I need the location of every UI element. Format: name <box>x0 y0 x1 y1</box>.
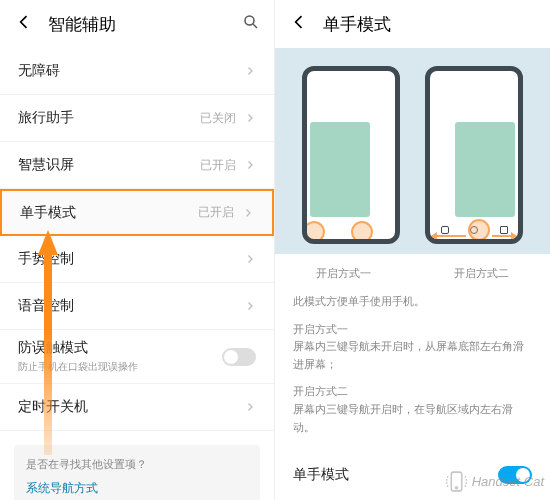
row-scheduled-power[interactable]: 定时开关机 <box>0 384 274 431</box>
chevron-right-icon <box>244 112 256 124</box>
back-icon[interactable] <box>14 12 34 36</box>
row-smart-screen[interactable]: 智慧识屏 已开启 <box>0 142 274 189</box>
svg-point-2 <box>455 487 457 489</box>
method-labels: 开启方式一 开启方式二 <box>275 254 550 287</box>
right-header: 单手模式 <box>275 0 550 48</box>
watermark: Handset Cat <box>444 469 544 494</box>
hint-link[interactable]: 系统导航方式 <box>26 480 248 497</box>
svg-point-0 <box>245 16 254 25</box>
row-label: 单手模式 <box>20 204 198 222</box>
settings-list: 无障碍 旅行助手 已关闭 智慧识屏 已开启 单手模式 已开启 手势控制 语音控制 <box>0 48 274 431</box>
chevron-right-icon <box>244 65 256 77</box>
row-voice-control[interactable]: 语音控制 <box>0 283 274 330</box>
row-label: 旅行助手 <box>18 109 200 127</box>
row-label: 无障碍 <box>18 62 244 80</box>
row-travel-assistant[interactable]: 旅行助手 已关闭 <box>0 95 274 142</box>
desc-m1-title: 开启方式一 <box>293 323 348 335</box>
desc-m2-title: 开启方式二 <box>293 385 348 397</box>
desc-m1-body: 屏幕内三键导航未开启时，从屏幕底部左右角滑进屏幕； <box>293 340 524 370</box>
row-mistouch-prevention[interactable]: 防误触模式 防止手机在口袋出现误操作 <box>0 330 274 384</box>
chevron-right-icon <box>242 207 254 219</box>
description-block: 此模式方便单手使用手机。 开启方式一屏幕内三键导航未开启时，从屏幕底部左右角滑进… <box>275 287 550 452</box>
method-1-label: 开启方式一 <box>316 266 371 281</box>
row-label: 手势控制 <box>18 250 244 268</box>
back-icon[interactable] <box>289 12 309 36</box>
chevron-right-icon <box>244 300 256 312</box>
row-accessibility[interactable]: 无障碍 <box>0 48 274 95</box>
row-label: 语音控制 <box>18 297 244 315</box>
illustration-panel <box>275 48 550 254</box>
left-header: 智能辅助 <box>0 0 274 48</box>
row-status: 已开启 <box>200 157 236 174</box>
row-status: 已开启 <box>198 204 234 221</box>
chevron-right-icon <box>244 159 256 171</box>
page-title: 单手模式 <box>323 13 391 36</box>
row-desc: 防止手机在口袋出现误操作 <box>18 360 222 374</box>
chevron-right-icon <box>244 253 256 265</box>
method-2-label: 开启方式二 <box>454 266 509 281</box>
row-label: 智慧识屏 <box>18 156 200 174</box>
row-label: 防误触模式 <box>18 339 222 357</box>
phone-diagram-2 <box>425 66 523 244</box>
chevron-right-icon <box>244 401 256 413</box>
page-title: 智能辅助 <box>48 13 116 36</box>
row-one-hand-mode[interactable]: 单手模式 已开启 <box>0 189 274 236</box>
toggle-mistouch[interactable] <box>222 348 256 366</box>
hint-box: 是否在寻找其他设置项？ 系统导航方式 <box>14 445 260 500</box>
row-status: 已关闭 <box>200 110 236 127</box>
watermark-text: Handset Cat <box>472 474 544 489</box>
row-gesture-control[interactable]: 手势控制 <box>0 236 274 283</box>
hint-question: 是否在寻找其他设置项？ <box>26 457 248 472</box>
row-label: 定时开关机 <box>18 398 244 416</box>
phone-diagram-1 <box>302 66 400 244</box>
search-icon[interactable] <box>242 13 260 35</box>
desc-intro: 此模式方便单手使用手机。 <box>293 293 532 311</box>
desc-m2-body: 屏幕内三键导航开启时，在导航区域内左右滑动。 <box>293 403 513 433</box>
